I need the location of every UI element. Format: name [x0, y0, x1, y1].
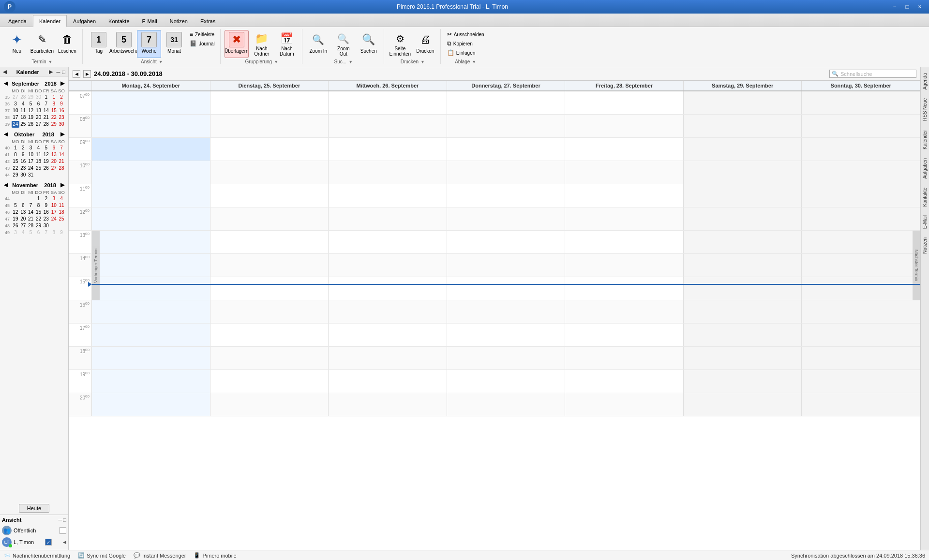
mini-cal-day[interactable]: 23	[58, 114, 65, 121]
mini-cal-day[interactable]: 30	[42, 222, 50, 229]
suchen-button[interactable]: 🔍 Suchen	[357, 30, 381, 58]
mini-cal-day[interactable]: 14	[42, 107, 50, 114]
cal-day-cell[interactable]	[92, 370, 210, 393]
cal-day-cell[interactable]	[565, 231, 684, 253]
cal-day-cell[interactable]	[565, 347, 684, 369]
cal-day-cell[interactable]	[565, 184, 684, 207]
mini-cal-day[interactable]: 3	[27, 145, 35, 151]
zoom-in-button[interactable]: 🔍 Zoom In	[306, 30, 330, 58]
cal-day-cell[interactable]	[92, 231, 210, 253]
mini-cal-day[interactable]: 4	[19, 101, 27, 107]
mini-cal-day[interactable]: 25	[19, 121, 27, 128]
cal-day-cell[interactable]	[684, 277, 802, 300]
cal-day-cell[interactable]	[684, 254, 802, 277]
ansicht-expand-icon[interactable]: □	[63, 517, 66, 523]
cal-day-cell[interactable]	[565, 277, 684, 300]
cal-day-cell[interactable]	[92, 207, 210, 230]
mini-cal-day[interactable]: 17	[12, 114, 19, 121]
mini-cal-day[interactable]: 4	[35, 145, 43, 151]
cal-day-cell[interactable]	[92, 393, 210, 416]
mini-cal-day[interactable]: 11	[35, 151, 43, 158]
mini-cal-day[interactable]: 16	[42, 209, 50, 216]
cal-day-cell[interactable]	[684, 347, 802, 369]
mini-cal-day[interactable]: 5	[42, 145, 50, 151]
mini-cal-day[interactable]: 17	[27, 158, 35, 165]
status-nachrichten[interactable]: 📨 Nachrichtenübermittlung	[4, 552, 70, 559]
cal-day-cell[interactable]	[92, 300, 210, 323]
mini-cal-day[interactable]: 13	[19, 209, 27, 216]
cal-day-cell[interactable]	[684, 370, 802, 393]
mini-cal-day[interactable]: 24	[12, 121, 19, 128]
cal-day-cell[interactable]	[447, 161, 566, 184]
cal-day-cell[interactable]	[210, 115, 329, 137]
cal-day-cell[interactable]	[802, 231, 920, 253]
mini-cal-day[interactable]: 30	[58, 121, 65, 128]
cal-day-cell[interactable]	[802, 370, 920, 393]
mini-cal-day[interactable]: 1	[42, 94, 50, 101]
cal-day-cell[interactable]	[92, 347, 210, 369]
tab-extras[interactable]: Extras	[194, 15, 222, 27]
ablage-expand-icon[interactable]: ▼	[472, 59, 476, 64]
mini-cal-day[interactable]: 27	[50, 165, 58, 172]
mini-cal-day[interactable]: 21	[27, 216, 35, 222]
cal-day-cell[interactable]	[329, 115, 447, 137]
user-arrow-icon[interactable]: ◀	[63, 540, 66, 545]
einfuegen-button[interactable]: 📋 Einfügen	[445, 48, 487, 57]
mini-cal-day[interactable]: 5	[27, 229, 35, 236]
mini-cal-day[interactable]: 29	[12, 172, 19, 178]
zeitleiste-button[interactable]: ≡ Zeitleiste	[187, 30, 217, 39]
cal-day-cell[interactable]	[802, 393, 920, 416]
cal-day-cell[interactable]	[210, 161, 329, 184]
mini-cal-day[interactable]: 1	[50, 94, 58, 101]
cal-day-cell[interactable]	[92, 324, 210, 346]
cal-day-cell[interactable]	[447, 300, 566, 323]
seite-einrichten-button[interactable]: ⚙ Seite Einrichten	[388, 30, 412, 58]
cal-panel-btn[interactable]: ▶	[48, 69, 54, 75]
cal-day-cell[interactable]	[802, 91, 920, 114]
public-checkbox[interactable]	[60, 527, 66, 534]
cal-day-cell[interactable]	[802, 138, 920, 161]
mini-cal-day[interactable]: 25	[35, 165, 43, 172]
mini-cal-day[interactable]: 22	[35, 216, 43, 222]
mini-cal-day[interactable]: 21	[58, 158, 65, 165]
mini-cal-day[interactable]: 3	[50, 195, 58, 202]
mini-cal-next-month-0[interactable]: ▶	[60, 80, 64, 87]
tab-agenda[interactable]: Agenda	[2, 15, 33, 27]
mini-cal-day[interactable]: 3	[12, 229, 19, 236]
mini-cal-day[interactable]: 16	[58, 107, 65, 114]
mini-cal-day[interactable]: 6	[35, 101, 43, 107]
termin-expand-icon[interactable]: ▼	[48, 59, 53, 64]
mini-cal-day[interactable]: 8	[50, 229, 58, 236]
loeschen-button[interactable]: 🗑 Löschen	[55, 30, 79, 58]
cal-day-cell[interactable]	[329, 138, 447, 161]
cal-day-cell[interactable]	[447, 207, 566, 230]
status-mobile[interactable]: 📱 Pimero mobile	[194, 552, 236, 559]
cal-day-cell[interactable]	[802, 207, 920, 230]
mini-cal-day[interactable]: 19	[12, 216, 19, 222]
cal-day-cell[interactable]	[802, 254, 920, 277]
mini-cal-day[interactable]: 23	[42, 216, 50, 222]
mini-cal-day[interactable]: 27	[12, 94, 19, 101]
right-tab-kontakte[interactable]: Kontakte	[921, 184, 929, 210]
cal-day-cell[interactable]	[802, 324, 920, 346]
mini-cal-day[interactable]: 12	[27, 107, 35, 114]
cal-day-cell[interactable]	[329, 324, 447, 346]
drucken-button[interactable]: 🖨 Drucken	[413, 30, 437, 58]
ansicht-item-public[interactable]: 👥 Öffentlich	[2, 525, 66, 536]
cal-day-cell[interactable]	[210, 231, 329, 253]
cal-day-cell[interactable]	[210, 277, 329, 300]
mini-cal-day[interactable]: 1	[35, 195, 43, 202]
minimize-button[interactable]: −	[889, 1, 900, 12]
mini-cal-day[interactable]: 26	[27, 121, 35, 128]
mini-cal-day[interactable]: 18	[58, 209, 65, 216]
mini-cal-day[interactable]: 27	[19, 222, 27, 229]
cal-day-cell[interactable]	[565, 138, 684, 161]
cal-day-cell[interactable]	[329, 254, 447, 277]
ansicht-collapse-icon[interactable]: ─	[59, 517, 62, 523]
cal-day-cell[interactable]	[447, 347, 566, 369]
mini-cal-day[interactable]: 20	[19, 216, 27, 222]
mini-cal-day[interactable]: 21	[42, 114, 50, 121]
cal-day-cell[interactable]	[447, 393, 566, 416]
mini-cal-day[interactable]: 27	[35, 121, 43, 128]
mini-cal-day[interactable]: 10	[50, 202, 58, 209]
